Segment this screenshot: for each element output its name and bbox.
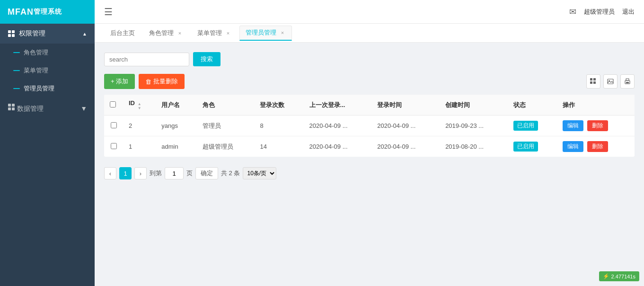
delete-button[interactable]: 删除 xyxy=(587,141,608,152)
row-checkbox-cell xyxy=(104,116,123,136)
search-button[interactable]: 搜索 xyxy=(193,52,221,66)
table-row: 1 admin 超级管理员 14 2020-04-09 ... 2020-04-… xyxy=(104,136,635,157)
table-header-username: 用户名 xyxy=(156,95,196,116)
sidebar-group-data-label: 数据管理 xyxy=(17,105,44,112)
toolbar: + 添加 🗑 批量删除 xyxy=(104,74,635,89)
select-all-checkbox[interactable] xyxy=(110,101,116,107)
mail-icon[interactable]: ✉ xyxy=(569,7,576,17)
table-header-created-time: 创建时间 xyxy=(440,95,508,116)
print-button[interactable] xyxy=(620,74,635,89)
table-header-role: 角色 xyxy=(197,95,255,116)
tab-role[interactable]: 角色管理 × xyxy=(143,26,189,41)
hamburger-menu-icon[interactable]: ☰ xyxy=(104,6,113,18)
svg-rect-2 xyxy=(8,34,11,37)
svg-rect-12 xyxy=(608,79,613,84)
svg-rect-5 xyxy=(12,104,15,107)
logout-button[interactable]: 退出 xyxy=(622,8,635,16)
logo-brand: MFAN xyxy=(8,7,34,17)
svg-rect-6 xyxy=(8,107,11,110)
sidebar: MFAN 管理系统 权限管理 ▲ 角色管理 菜单管理 xyxy=(0,0,95,286)
goto-label: 到第 xyxy=(150,169,162,178)
row-last-login: 2020-04-09 ... xyxy=(304,136,372,157)
row-created-time: 2019-09-23 ... xyxy=(440,116,508,136)
search-input[interactable] xyxy=(104,53,189,66)
row-last-login: 2020-04-09 ... xyxy=(304,116,372,136)
performance-value: 2.477141s xyxy=(611,274,635,279)
sidebar-group-data-header[interactable]: 数据管理 ▼ xyxy=(0,98,95,119)
sidebar-item-menu[interactable]: 菜单管理 xyxy=(0,62,95,80)
toolbar-right xyxy=(586,74,635,89)
svg-rect-1 xyxy=(12,30,15,33)
toolbar-left: + 添加 🗑 批量删除 xyxy=(104,74,185,89)
sidebar-item-admin-label: 管理员管理 xyxy=(24,84,54,93)
dash-icon xyxy=(13,52,20,53)
tab-menu[interactable]: 菜单管理 × xyxy=(191,26,238,41)
batch-delete-label: 批量删除 xyxy=(153,77,178,86)
table-header-login-time: 登录时间 xyxy=(371,95,440,116)
sidebar-item-admin[interactable]: 管理员管理 xyxy=(0,80,95,98)
row-checkbox[interactable] xyxy=(111,122,117,128)
grid2-icon xyxy=(8,103,15,111)
topbar-left: ☰ xyxy=(104,6,113,18)
sidebar-group-permissions-label: 权限管理 xyxy=(19,29,45,38)
page-size-select[interactable]: 10条/页 20条/页 50条/页 xyxy=(243,167,276,179)
batch-delete-button[interactable]: 🗑 批量删除 xyxy=(139,74,185,89)
logo-system: 管理系统 xyxy=(34,8,62,16)
prev-page-button[interactable]: ‹ xyxy=(104,167,116,179)
row-actions: 编辑 删除 xyxy=(557,136,635,157)
dash-icon xyxy=(13,88,20,89)
sidebar-item-role[interactable]: 角色管理 xyxy=(0,44,95,62)
tab-home[interactable]: 后台主页 xyxy=(104,26,141,41)
sidebar-group-permissions-header[interactable]: 权限管理 ▲ xyxy=(0,24,95,44)
svg-rect-4 xyxy=(8,104,11,107)
sidebar-item-role-label: 角色管理 xyxy=(24,48,48,57)
next-page-button[interactable]: › xyxy=(134,167,147,179)
tab-role-label: 角色管理 xyxy=(149,29,174,37)
table-header-checkbox xyxy=(104,95,123,116)
svg-rect-16 xyxy=(626,82,629,83)
print-icon xyxy=(624,78,631,85)
main-content: ☰ ✉ 超级管理员 退出 后台主页 角色管理 × 菜单管理 × 管理员管理 × … xyxy=(95,0,644,286)
page-label: 页 xyxy=(186,169,193,178)
trash-icon: 🗑 xyxy=(145,78,151,85)
grid-icon xyxy=(8,30,15,37)
row-role: 超级管理员 xyxy=(197,136,255,157)
edit-button[interactable]: 编辑 xyxy=(563,141,583,152)
row-username: yangs xyxy=(156,116,196,136)
svg-rect-15 xyxy=(626,79,629,80)
admin-table: ID ▲ ▼ 用户名 角色 登录次数 上一次登录... 登录时间 创建时间 状态… xyxy=(104,95,635,157)
grid-view-icon xyxy=(590,78,597,85)
table-header-id: ID ▲ ▼ xyxy=(123,95,156,116)
delete-button[interactable]: 删除 xyxy=(587,120,608,131)
svg-rect-10 xyxy=(590,81,592,84)
row-login-count: 8 xyxy=(254,116,303,136)
svg-rect-3 xyxy=(12,34,15,37)
goto-page-input[interactable] xyxy=(165,167,184,179)
export-image-button[interactable] xyxy=(603,74,618,89)
image-icon xyxy=(607,78,614,85)
page-1-button[interactable]: 1 xyxy=(119,167,132,179)
admin-name: 超级管理员 xyxy=(584,8,615,16)
tab-role-close-icon[interactable]: × xyxy=(176,30,183,36)
svg-rect-11 xyxy=(593,81,596,84)
sort-id-icon[interactable]: ▲ ▼ xyxy=(138,102,141,110)
tab-admin[interactable]: 管理员管理 × xyxy=(239,26,292,41)
goto-confirm-button[interactable]: 确定 xyxy=(195,167,218,179)
tab-menu-close-icon[interactable]: × xyxy=(225,30,231,36)
grid-view-button[interactable] xyxy=(586,74,600,89)
edit-button[interactable]: 编辑 xyxy=(563,120,583,131)
sidebar-item-menu-label: 菜单管理 xyxy=(24,66,48,75)
row-created-time: 2019-08-20 ... xyxy=(440,136,508,157)
row-checkbox[interactable] xyxy=(111,143,117,149)
row-status: 已启用 xyxy=(508,116,557,136)
svg-rect-7 xyxy=(12,107,15,110)
tab-admin-close-icon[interactable]: × xyxy=(279,29,286,36)
add-button[interactable]: + 添加 xyxy=(104,74,135,89)
row-status: 已启用 xyxy=(508,136,557,157)
row-id: 1 xyxy=(123,136,156,157)
page-content: 搜索 + 添加 🗑 批量删除 xyxy=(95,43,644,286)
svg-rect-8 xyxy=(590,78,592,80)
performance-badge: ⚡ 2.477141s xyxy=(599,271,639,281)
tab-home-label: 后台主页 xyxy=(110,29,135,37)
lightning-icon: ⚡ xyxy=(603,273,609,279)
